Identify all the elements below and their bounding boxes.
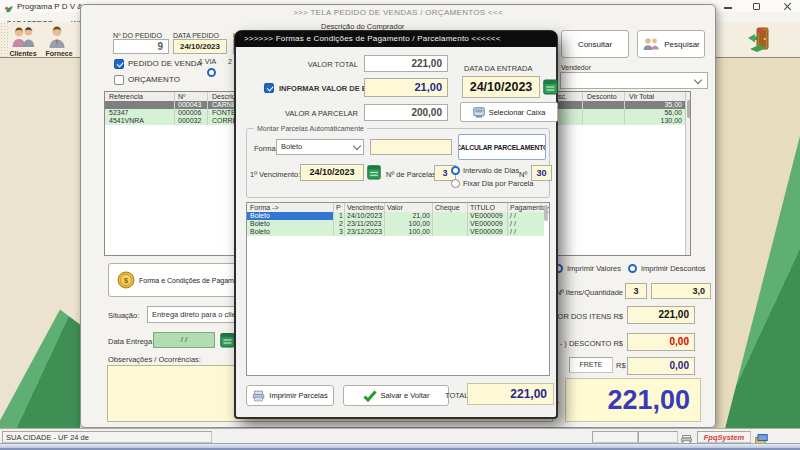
orcamento-checkbox[interactable]: [114, 75, 124, 85]
exit-door-icon[interactable]: [746, 26, 772, 53]
via1-label: 1 VIA: [199, 57, 216, 66]
consultar-label: Consultar: [578, 40, 612, 49]
pesquisar-button[interactable]: Pesquisar: [637, 30, 705, 58]
forma-extra-field[interactable]: [370, 139, 452, 155]
imprimir-descontos-radio[interactable]: [628, 264, 637, 273]
calendar-icon[interactable]: [543, 78, 558, 95]
app-statusbar: SUA CIDADE - UF 24 de FpqSystem: [0, 428, 800, 443]
col-valor[interactable]: Valor: [387, 203, 403, 212]
via1-radio[interactable]: [207, 68, 216, 77]
valor-entrada-field[interactable]: 21,00: [364, 78, 448, 97]
col-cheque[interactable]: Cheque: [435, 203, 460, 212]
num-dias-field[interactable]: 30: [531, 165, 552, 181]
vencimento-field[interactable]: 24/10/2023: [300, 164, 364, 181]
statusbar-brand: FpqSystem: [698, 433, 750, 442]
intervalo-dias-label: Intervalo de Dias: [463, 166, 519, 175]
taskbar-sliver: [0, 443, 800, 450]
calcular-parcelamento-button[interactable]: CALCULAR PARCELAMENTO: [458, 134, 546, 160]
right-panel-bg: [712, 58, 800, 428]
fornecedor-icon[interactable]: [46, 25, 68, 49]
parcela-row[interactable]: Boleto 2 23/11/2023 100,00 VE000009 / /: [247, 220, 544, 228]
imprimir-valores-label: Imprimir Valores: [567, 264, 621, 273]
calcular-parcelamento-label: CALCULAR PARCELAMENTO: [458, 144, 546, 151]
imprimir-parcelas-button[interactable]: Imprimir Parcelas: [246, 385, 334, 406]
calendar-icon[interactable]: [367, 164, 381, 180]
people-search-icon: [642, 37, 660, 51]
printer-icon[interactable]: [680, 431, 693, 441]
valor-parcelar-field[interactable]: 200,00: [364, 104, 448, 121]
frete-field[interactable]: 0,00: [627, 357, 695, 375]
imprimir-parcelas-label: Imprimir Parcelas: [269, 391, 327, 400]
desconto-field[interactable]: 0,00: [627, 333, 695, 351]
informar-entrada-checkbox[interactable]: [264, 83, 274, 93]
fixar-dia-radio[interactable]: [451, 179, 460, 188]
fornecedor-label: Fornece: [44, 49, 74, 58]
frete-box[interactable]: FRETE: [569, 357, 613, 373]
fixar-dia-label: Fixar Dia por Parcela: [463, 179, 533, 188]
left-panel-bg: [0, 58, 80, 428]
col-sc[interactable]: sc.: [558, 92, 567, 101]
valor-total-field[interactable]: 221,00: [364, 55, 448, 72]
modal-title: >>>>>> Formas e Condições de Pagamento /…: [244, 34, 501, 43]
observacoes-label: Observações / Ocorrências:: [108, 355, 201, 364]
cash-register-icon: [473, 107, 485, 118]
total-pedido-field[interactable]: 221,00: [565, 378, 701, 422]
col-desconto[interactable]: Desconto: [587, 92, 617, 101]
vencimento-label: 1º Vencimento:: [250, 170, 300, 179]
green-shape-right: [712, 58, 800, 428]
parcelas-table: Forma -> P Vencimento Valor Cheque TITUL…: [246, 202, 550, 376]
statusbar-location: SUA CIDADE - UF 24 de: [6, 433, 89, 442]
salvar-voltar-button[interactable]: Salvar e Voltar: [343, 385, 449, 406]
statusbar-location-cell: SUA CIDADE - UF 24 de: [2, 431, 212, 443]
forma-pagamento-label: Forma e Condições de Pagame: [139, 277, 238, 284]
parcela-row[interactable]: Boleto 1 24/10/2023 21,00 VE000009 / /: [247, 212, 544, 220]
maximize-icon[interactable]: [753, 3, 760, 10]
green-shape-left: [0, 58, 80, 428]
vendedor-label: Vendedor: [561, 63, 591, 72]
col-numero[interactable]: Nº: [178, 92, 186, 101]
valor-itens-field[interactable]: 221,00: [627, 306, 695, 324]
minimize-icon[interactable]: [724, 7, 732, 9]
money-icon[interactable]: [755, 431, 768, 442]
close-icon[interactable]: [783, 2, 792, 11]
pedido-window-title: >>> TELA PEDIDO DE VENDAS / ORÇAMENTOS <…: [81, 8, 715, 17]
col-referencia[interactable]: Referencia: [109, 92, 143, 101]
forma-label: Forma:: [254, 144, 278, 153]
valor-parcelar-label: VALOR A PARCELAR: [272, 109, 358, 118]
pedido-venda-label: PEDIDO DE VENDA: [128, 59, 202, 68]
col-p[interactable]: P: [336, 203, 341, 212]
pagamento-modal: >>>>>> Formas e Condições de Pagamento /…: [234, 30, 558, 419]
coin-icon: $: [117, 271, 135, 289]
vendedor-combo[interactable]: [560, 72, 708, 89]
numero-pedido-field[interactable]: 9: [113, 39, 169, 54]
forma-combo[interactable]: Boleto: [276, 139, 364, 155]
intervalo-dias-radio[interactable]: [451, 166, 460, 175]
itens-count-field[interactable]: 3: [625, 283, 647, 299]
col-vlr-total[interactable]: Vlr Total: [629, 92, 654, 101]
num-dias-label: Nº: [519, 170, 527, 179]
pedido-venda-checkbox[interactable]: [114, 59, 124, 69]
num-parcelas-label: Nº de Parcelas: [386, 170, 436, 179]
svg-text:$: $: [124, 276, 129, 285]
salvar-voltar-label: Salvar e Voltar: [381, 391, 430, 400]
selecionar-caixa-button[interactable]: Selecionar Caixa: [460, 102, 558, 122]
col-titulo[interactable]: TITULO: [470, 203, 495, 212]
parcela-row[interactable]: Boleto 3 23/12/2023 100,00 VE000009 / /: [247, 228, 544, 236]
data-pedido-field[interactable]: 24/10/2023: [173, 39, 227, 54]
data-entrada-field[interactable]: 24/10/2023: [462, 76, 540, 98]
clientes-icon[interactable]: [10, 25, 36, 49]
app-logo-icon: [4, 1, 14, 11]
screen: Programa P D V & F CADASTROS WHATS Clien…: [0, 0, 800, 450]
clientes-label: Clientes: [0, 49, 46, 58]
calendar-icon[interactable]: [220, 332, 235, 348]
consultar-button[interactable]: Consultar: [561, 30, 629, 58]
data-entrega-field[interactable]: / /: [153, 332, 215, 348]
items-scrollbar[interactable]: [685, 92, 691, 256]
quantidade-field[interactable]: 3,0: [651, 283, 711, 299]
modal-total-field[interactable]: 221,00: [467, 383, 554, 405]
col-vencimento[interactable]: Vencimento: [347, 203, 384, 212]
modal-titlebar[interactable]: >>>>>> Formas e Condições de Pagamento /…: [235, 31, 557, 47]
col-forma[interactable]: Forma ->: [250, 203, 279, 212]
parcelas-scrollbar[interactable]: [544, 205, 548, 221]
valor-total-label: VALOR TOTAL: [272, 60, 358, 69]
